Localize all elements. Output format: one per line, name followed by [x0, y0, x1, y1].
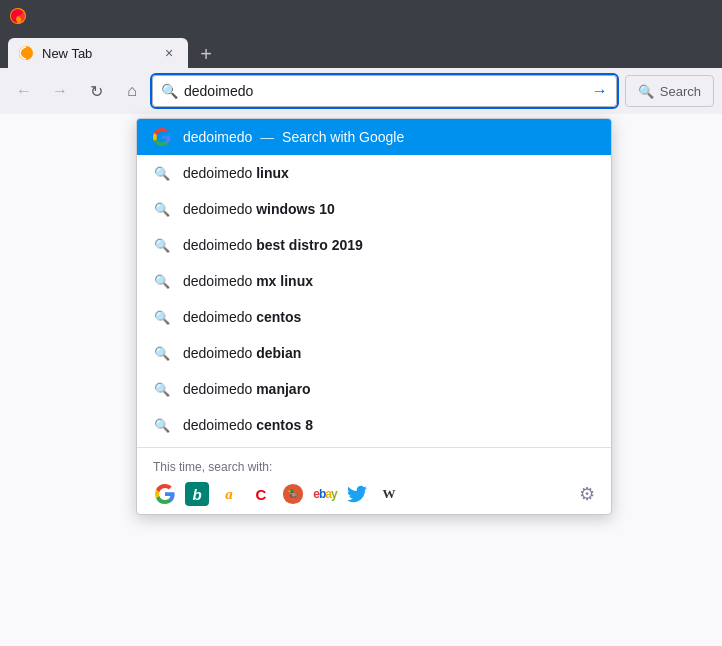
forward-button[interactable]: → — [44, 75, 76, 107]
suggestion-search-icon-3: 🔍 — [153, 236, 171, 254]
wikipedia-label: W — [383, 486, 396, 502]
svg-text:🦆: 🦆 — [287, 489, 300, 501]
dropdown-item-text-3: dedoimedo best distro 2019 — [183, 237, 595, 253]
suggestion-search-icon-6: 🔍 — [153, 344, 171, 362]
suggestion-search-icon-8: 🔍 — [153, 416, 171, 434]
engine-google[interactable] — [153, 482, 177, 506]
search-with-label: This time, search with: — [153, 460, 595, 474]
amazon-label: a — [225, 486, 233, 503]
dropdown-item-text-2: dedoimedo windows 10 — [183, 201, 595, 217]
tab-title: New Tab — [42, 46, 152, 61]
tab-close-button[interactable]: × — [160, 44, 178, 62]
dropdown-item-text-5: dedoimedo centos — [183, 309, 595, 325]
suggestion-search-icon-7: 🔍 — [153, 380, 171, 398]
search-engines-settings-button[interactable]: ⚙ — [579, 483, 595, 505]
title-bar — [0, 0, 722, 32]
bing-label: b — [192, 486, 201, 503]
content-area: dedoimedo — Search with Google 🔍 dedoime… — [0, 114, 722, 646]
suggestion-search-icon-2: 🔍 — [153, 200, 171, 218]
search-button[interactable]: 🔍 Search — [625, 75, 714, 107]
dropdown-item-text-6: dedoimedo debian — [183, 345, 595, 361]
gear-icon: ⚙ — [579, 484, 595, 504]
go-button[interactable]: → — [592, 82, 608, 100]
new-tab-button[interactable]: + — [192, 40, 220, 68]
engine-twitter[interactable] — [345, 482, 369, 506]
engine-wikipedia[interactable]: W — [377, 482, 401, 506]
dropdown-item-5[interactable]: 🔍 dedoimedo centos — [137, 299, 611, 335]
search-button-label: Search — [660, 84, 701, 99]
svg-point-1 — [19, 46, 33, 60]
dropdown-item-4[interactable]: 🔍 dedoimedo mx linux — [137, 263, 611, 299]
suggestion-search-icon-1: 🔍 — [153, 164, 171, 182]
engine-duckduckgo[interactable]: 🦆 — [281, 482, 305, 506]
home-button[interactable]: ⌂ — [116, 75, 148, 107]
address-bar-search-icon: 🔍 — [161, 83, 178, 99]
engine-amazon[interactable]: a — [217, 482, 241, 506]
dropdown-item-2[interactable]: 🔍 dedoimedo windows 10 — [137, 191, 611, 227]
dropdown-item-7[interactable]: 🔍 dedoimedo manjaro — [137, 371, 611, 407]
engine-comunio[interactable]: C — [249, 482, 273, 506]
address-bar[interactable]: 🔍 → — [152, 75, 617, 107]
tab-favicon — [18, 45, 34, 61]
dropdown-item-1[interactable]: 🔍 dedoimedo linux — [137, 155, 611, 191]
firefox-logo-icon — [8, 6, 28, 26]
suggestion-search-icon-5: 🔍 — [153, 308, 171, 326]
dropdown-divider — [137, 447, 611, 448]
dropdown-item-6[interactable]: 🔍 dedoimedo debian — [137, 335, 611, 371]
google-g-icon — [153, 128, 171, 146]
active-tab[interactable]: New Tab × — [8, 38, 188, 68]
address-input[interactable] — [184, 83, 586, 99]
dropdown-item-google-text: dedoimedo — Search with Google — [183, 129, 595, 145]
tab-bar: New Tab × + — [0, 32, 722, 68]
address-dropdown: dedoimedo — Search with Google 🔍 dedoime… — [136, 118, 612, 515]
suggestion-search-icon-4: 🔍 — [153, 272, 171, 290]
dropdown-item-text-1: dedoimedo linux — [183, 165, 595, 181]
comunio-label: C — [256, 486, 267, 503]
dropdown-item-text-8: dedoimedo centos 8 — [183, 417, 595, 433]
address-bar-wrapper: 🔍 → — [152, 75, 617, 107]
dropdown-item-google-search[interactable]: dedoimedo — Search with Google — [137, 119, 611, 155]
dropdown-item-text-4: dedoimedo mx linux — [183, 273, 595, 289]
engine-bing[interactable]: b — [185, 482, 209, 506]
dropdown-item-8[interactable]: 🔍 dedoimedo centos 8 — [137, 407, 611, 443]
dropdown-item-text-7: dedoimedo manjaro — [183, 381, 595, 397]
search-button-icon: 🔍 — [638, 84, 654, 99]
engine-ebay[interactable]: ebay — [313, 482, 337, 506]
dropdown-item-3[interactable]: 🔍 dedoimedo best distro 2019 — [137, 227, 611, 263]
back-button[interactable]: ← — [8, 75, 40, 107]
toolbar: ← → ↻ ⌂ 🔍 → 🔍 Search — [0, 68, 722, 114]
search-engines-row: b a C 🦆 eb — [153, 482, 595, 506]
reload-button[interactable]: ↻ — [80, 75, 112, 107]
search-with-section: This time, search with: b — [137, 452, 611, 514]
